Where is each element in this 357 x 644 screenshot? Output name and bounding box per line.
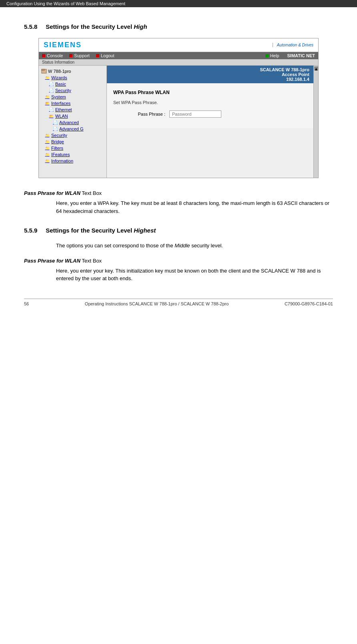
nav-help-label: Help bbox=[270, 53, 279, 58]
sidebar-label-advanced: Advanced bbox=[59, 120, 79, 125]
folder-icon-bridge: 📁 bbox=[44, 139, 50, 144]
sidebar-label-security: Security bbox=[51, 133, 67, 138]
sidebar-label-basic: Basic bbox=[55, 82, 66, 86]
sidebar-item-wlan[interactable]: 📂 WLAN bbox=[39, 113, 106, 119]
sidebar-item-wizards[interactable]: 📁 Wizards bbox=[39, 74, 106, 81]
footer-page-number: 56 bbox=[24, 301, 29, 306]
device-role: Access Point bbox=[111, 72, 309, 77]
folder-icon-filters: 📁 bbox=[44, 145, 50, 151]
sidebar-label-security-wizard: Security bbox=[55, 88, 71, 93]
sim-header: SIEMENS Automation & Drives bbox=[39, 38, 318, 52]
sim-content-area: SCALANCE W 788-1pro Access Point 192.168… bbox=[107, 66, 313, 178]
doc-header-title: Configuration Using the Wizards of Web B… bbox=[6, 1, 125, 6]
footer-doc-number: C79000-G8976-C184-01 bbox=[285, 301, 333, 306]
sim-sidebar: W 788-1pro 📁 Wizards 📄 Basic 📄 Security bbox=[39, 66, 107, 178]
page-icon-advanced-g: 📄 bbox=[52, 126, 58, 132]
sim-tagline: Automation & Drives bbox=[273, 43, 313, 47]
sidebar-label-filters: Filters bbox=[51, 146, 63, 150]
page-icon-security-wizard: 📄 bbox=[48, 88, 54, 93]
sim-device-header: SCALANCE W 788-1pro Access Point 192.168… bbox=[107, 66, 313, 83]
footer-center-text: Operating Instructions SCALANCE W 788-1p… bbox=[85, 301, 229, 306]
folder-icon-ifeatures: 📁 bbox=[44, 152, 50, 157]
pass-phrase-label: Pass Phrase : bbox=[113, 112, 169, 116]
pass-phrase-558-section: Pass Phrase for WLAN Text Box Here, you … bbox=[24, 190, 333, 215]
section-559-heading: 5.5.9 Settings for the Security Level Hi… bbox=[24, 227, 333, 234]
nav-support[interactable]: Support bbox=[69, 53, 90, 58]
siemens-logo: SIEMENS bbox=[44, 41, 82, 49]
sidebar-item-interfaces[interactable]: 📂 Interfaces bbox=[39, 100, 106, 106]
nav-dot-console bbox=[42, 54, 45, 57]
sim-main-area: W 788-1pro 📁 Wizards 📄 Basic 📄 Security bbox=[39, 66, 318, 178]
sidebar-item-security-wizard[interactable]: 📄 Security bbox=[39, 87, 106, 94]
section-558-heading: 5.5.8 Settings for the Security Level Hi… bbox=[24, 23, 333, 30]
nav-support-label: Support bbox=[74, 53, 90, 58]
nav-dot-logout bbox=[96, 54, 99, 57]
sidebar-item-advanced[interactable]: 📄 Advanced bbox=[39, 119, 106, 126]
sidebar-root: W 788-1pro bbox=[39, 68, 106, 74]
sim-scrollbar[interactable]: ▲ bbox=[313, 66, 318, 178]
sidebar-item-ethernet[interactable]: 📄 Ethernet bbox=[39, 106, 106, 113]
sim-content-body: WPA Pass Phrase WLAN Set WPA Pass Phrase… bbox=[107, 83, 313, 128]
nav-dot-help bbox=[265, 54, 269, 57]
sidebar-label-interfaces: Interfaces bbox=[51, 101, 70, 106]
sidebar-label-ethernet: Ethernet bbox=[55, 107, 72, 112]
sidebar-label-advanced-g: Advanced G bbox=[59, 126, 84, 131]
sidebar-item-system[interactable]: 📁 System bbox=[39, 94, 106, 100]
root-icon bbox=[41, 68, 47, 74]
scrollbar-up-arrow[interactable]: ▲ bbox=[314, 66, 318, 70]
device-name: SCALANCE W 788-1pro bbox=[111, 67, 309, 72]
doc-header-bar: Configuration Using the Wizards of Web B… bbox=[0, 0, 357, 7]
sidebar-label-wlan: WLAN bbox=[55, 114, 68, 118]
folder-open-icon-wlan: 📂 bbox=[48, 113, 54, 119]
nav-console-label: Console bbox=[47, 53, 63, 58]
screenshot-container: SIEMENS Automation & Drives Console Supp… bbox=[38, 38, 319, 178]
page-icon-basic: 📄 bbox=[48, 81, 54, 87]
sim-brand: SIMATIC NET bbox=[287, 53, 315, 58]
folder-icon-wizards: 📁 bbox=[44, 75, 50, 80]
svg-rect-1 bbox=[42, 69, 44, 70]
sim-status-bar: Status Information bbox=[39, 59, 318, 66]
section-559-body: The options you can set correspond to th… bbox=[24, 242, 333, 250]
nav-dot-support bbox=[69, 54, 72, 57]
sidebar-label-bridge: Bridge bbox=[51, 139, 64, 144]
pass-phrase-559-heading: Pass Phrase for WLAN Text Box bbox=[24, 258, 333, 264]
folder-icon-security: 📁 bbox=[44, 132, 50, 138]
pass-phrase-row: Pass Phrase : bbox=[113, 110, 307, 118]
nav-logout-label: Logout bbox=[101, 53, 114, 58]
device-ip: 192.168.1.4 bbox=[111, 77, 309, 82]
sidebar-label-ifeatures: IFeatures bbox=[51, 152, 70, 157]
section-559: 5.5.9 Settings for the Security Level Hi… bbox=[24, 227, 333, 250]
sidebar-label-information: Information bbox=[51, 158, 73, 163]
page-footer: 56 Operating Instructions SCALANCE W 788… bbox=[24, 299, 333, 306]
pass-phrase-559-section: Pass Phrase for WLAN Text Box Here, you … bbox=[24, 258, 333, 283]
sidebar-label-system: System bbox=[51, 94, 66, 99]
sidebar-item-bridge[interactable]: 📁 Bridge bbox=[39, 138, 106, 145]
sidebar-item-basic[interactable]: 📄 Basic bbox=[39, 81, 106, 87]
sim-navbar: Console Support Logout Help SIMATIC NET bbox=[39, 52, 318, 59]
sidebar-item-security[interactable]: 📁 Security bbox=[39, 132, 106, 138]
content-title: WPA Pass Phrase WLAN bbox=[113, 90, 307, 95]
sim-nav-right: Help SIMATIC NET bbox=[265, 53, 315, 58]
nav-console[interactable]: Console bbox=[42, 53, 63, 58]
sidebar-item-information[interactable]: 📁 Information bbox=[39, 158, 106, 164]
folder-open-icon-interfaces: 📂 bbox=[44, 100, 50, 106]
folder-icon-information: 📁 bbox=[44, 158, 50, 164]
pass-phrase-558-body: Here, you enter a WPA key. The key must … bbox=[24, 199, 333, 215]
pass-phrase-559-body: Here, you enter your key. This initializ… bbox=[24, 267, 333, 283]
sidebar-root-label: W 788-1pro bbox=[48, 69, 71, 74]
pass-phrase-input[interactable] bbox=[169, 110, 221, 118]
sidebar-item-advanced-g[interactable]: 📄 Advanced G bbox=[39, 126, 106, 132]
page-icon-advanced: 📄 bbox=[52, 120, 58, 125]
set-wpa-text: Set WPA Pass Phrase. bbox=[113, 100, 307, 105]
sidebar-item-ifeatures[interactable]: 📁 IFeatures bbox=[39, 151, 106, 158]
pass-phrase-558-heading: Pass Phrase for WLAN Text Box bbox=[24, 190, 333, 196]
nav-logout[interactable]: Logout bbox=[96, 53, 114, 58]
folder-icon-system: 📁 bbox=[44, 94, 50, 100]
page-icon-ethernet: 📄 bbox=[48, 107, 54, 112]
sidebar-item-filters[interactable]: 📁 Filters bbox=[39, 145, 106, 151]
sidebar-label-wizards: Wizards bbox=[51, 75, 67, 80]
nav-help[interactable]: Help bbox=[265, 53, 279, 58]
